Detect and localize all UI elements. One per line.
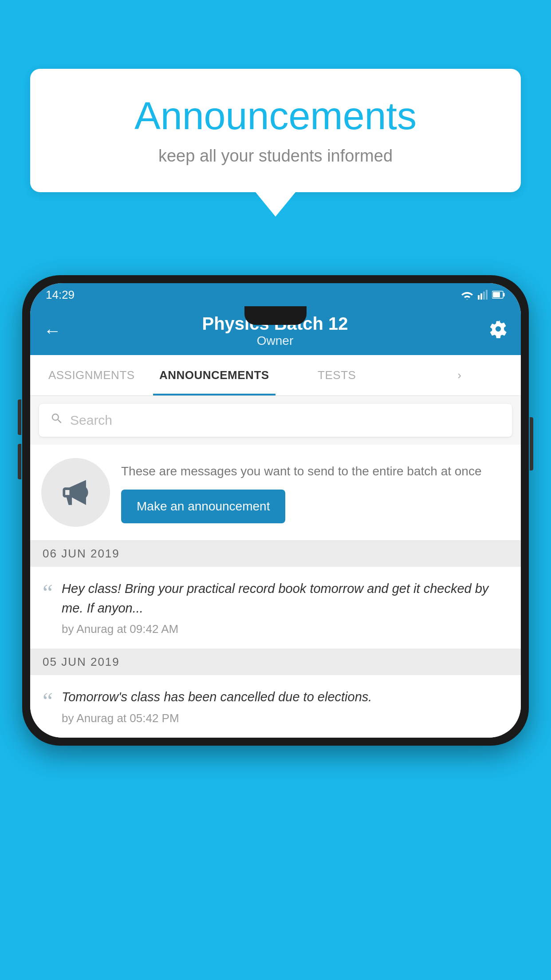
search-icon	[50, 412, 63, 429]
notch	[244, 306, 307, 325]
svg-rect-2	[483, 292, 485, 300]
status-icons	[461, 290, 505, 300]
bubble-subtitle: keep all your students informed	[57, 146, 494, 166]
status-time: 14:29	[46, 288, 75, 302]
announcement-text-1: Hey class! Bring your practical record b…	[62, 579, 508, 618]
gear-icon	[489, 320, 508, 338]
announcement-text-2: Tomorrow's class has been cancelled due …	[62, 688, 508, 707]
side-button-power	[530, 417, 533, 470]
tab-announcements[interactable]: ANNOUNCEMENTS	[153, 355, 276, 395]
announcement-text-block-1: Hey class! Bring your practical record b…	[62, 579, 508, 636]
date-separator-1: 06 JUN 2019	[30, 541, 521, 567]
wifi-icon	[461, 290, 473, 300]
speech-bubble-container: Announcements keep all your students inf…	[30, 69, 521, 217]
svg-rect-5	[504, 293, 505, 296]
app-bar-subtitle: Owner	[61, 334, 489, 348]
svg-rect-3	[486, 290, 488, 300]
search-box[interactable]: Search	[39, 404, 512, 437]
tab-tests[interactable]: TESTS	[276, 355, 398, 395]
announcement-item-2[interactable]: “ Tomorrow's class has been cancelled du…	[30, 675, 521, 738]
status-bar: 14:29	[30, 283, 521, 306]
magnifier-icon	[50, 412, 63, 425]
announcement-description: These are messages you want to send to t…	[121, 462, 510, 481]
signal-icon	[478, 290, 488, 300]
announcement-text-block-2: Tomorrow's class has been cancelled due …	[62, 688, 508, 725]
search-container: Search	[30, 396, 521, 445]
make-announcement-button[interactable]: Make an announcement	[121, 490, 285, 523]
back-button[interactable]: ←	[43, 321, 61, 341]
side-button-volume-down	[18, 444, 21, 479]
quote-icon-1: “	[43, 581, 53, 605]
megaphone-icon	[59, 476, 92, 509]
bubble-title: Announcements	[57, 93, 494, 138]
svg-rect-6	[493, 292, 500, 297]
side-button-volume-up	[18, 399, 21, 435]
tab-assignments[interactable]: ASSIGNMENTS	[30, 355, 153, 395]
tab-bar: ASSIGNMENTS ANNOUNCEMENTS TESTS ›	[30, 355, 521, 396]
search-placeholder: Search	[70, 413, 112, 428]
quote-icon-2: “	[43, 690, 53, 713]
date-separator-2: 05 JUN 2019	[30, 649, 521, 675]
announcement-meta-1: by Anurag at 09:42 AM	[62, 622, 508, 636]
announcement-intro-right: These are messages you want to send to t…	[121, 462, 510, 523]
speech-bubble: Announcements keep all your students inf…	[30, 69, 521, 192]
battery-icon	[492, 291, 505, 299]
announcement-intro: These are messages you want to send to t…	[30, 445, 521, 541]
phone-screen: 14:29	[30, 283, 521, 738]
announcement-icon-circle	[41, 458, 110, 527]
svg-rect-0	[478, 295, 480, 300]
announcement-meta-2: by Anurag at 05:42 PM	[62, 711, 508, 725]
announcement-item-1[interactable]: “ Hey class! Bring your practical record…	[30, 567, 521, 649]
bubble-arrow	[256, 192, 295, 217]
settings-button[interactable]	[489, 320, 508, 342]
tab-more[interactable]: ›	[398, 355, 521, 395]
phone-frame: 14:29	[22, 275, 529, 746]
svg-rect-1	[480, 293, 482, 300]
phone-container: 14:29	[22, 275, 529, 746]
